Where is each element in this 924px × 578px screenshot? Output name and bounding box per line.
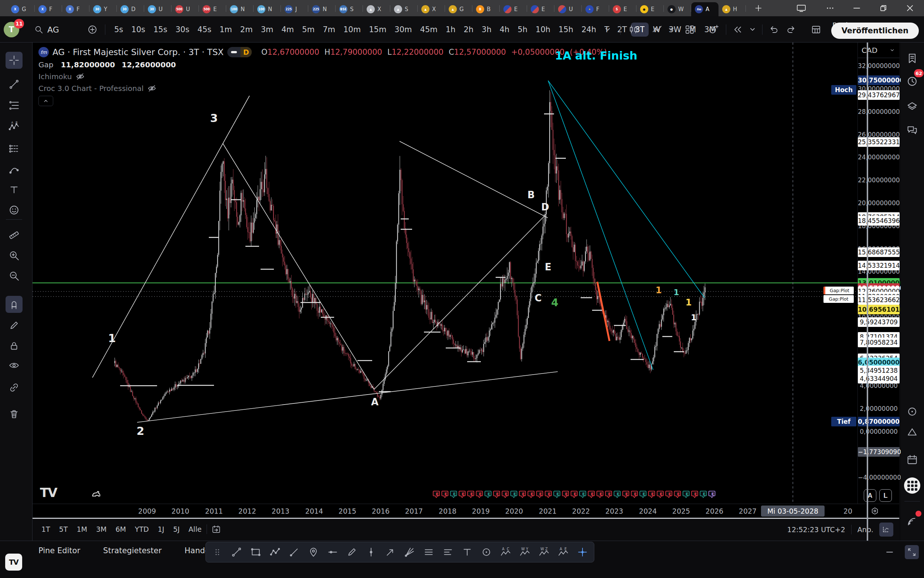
range-1j[interactable]: 1J [154, 523, 168, 536]
browser-tab[interactable]: XF [35, 2, 62, 16]
replay-button[interactable] [730, 21, 746, 38]
indicators-button[interactable] [649, 21, 665, 38]
range-alle[interactable]: Alle [185, 523, 205, 536]
browser-tab[interactable]: BB [473, 2, 500, 16]
cast-icon[interactable] [793, 2, 809, 15]
ray-tool[interactable] [286, 544, 303, 560]
browser-tab-active[interactable]: fmA [691, 2, 718, 16]
object-tree-icon[interactable] [904, 98, 921, 115]
browser-tab[interactable]: BSES [336, 2, 363, 16]
timeframe-24h[interactable]: 24h [577, 23, 600, 37]
measure-rows-tool[interactable] [420, 544, 437, 560]
eye-off-icon[interactable] [147, 84, 156, 93]
close-icon[interactable] [902, 2, 918, 15]
timeframe-3m[interactable]: 3m [257, 23, 278, 37]
browser-tab[interactable]: ✦F [582, 2, 609, 16]
trend-line-tool[interactable] [6, 76, 23, 93]
emoji-tool[interactable] [6, 201, 23, 219]
timeframe-2m[interactable]: 2m [236, 23, 257, 37]
align-lines-tool[interactable] [439, 544, 456, 560]
timeframe-1m[interactable]: 1m [215, 23, 236, 37]
earnings-markers[interactable]: EEEEEEEEEEEEEEEEEEEEEEEEEEEEEEEEE [433, 491, 715, 498]
browser-tab[interactable]: 100N [226, 2, 254, 16]
avatar[interactable]: T 11 [4, 22, 19, 37]
browser-tab[interactable]: ▲X [417, 2, 445, 16]
timeframe-4m[interactable]: 4m [277, 23, 298, 37]
arc-tool[interactable] [6, 161, 23, 178]
chart-area[interactable]: EEEEEEEEEEEEEEEEEEEEEEEEEEEEEEEEE312ABCD… [32, 42, 899, 541]
browser-tab[interactable]: ▲G [445, 2, 473, 16]
pattern-wy-tool[interactable]: WY [516, 544, 533, 560]
watchlist-icon[interactable] [904, 50, 921, 67]
symbol-search[interactable]: AG [34, 21, 59, 38]
chart-style-button[interactable] [625, 21, 642, 38]
crosshair-tool[interactable] [6, 52, 23, 69]
pitchfork-tool[interactable] [343, 544, 360, 560]
trend-line-tool[interactable] [228, 544, 245, 560]
browser-tab[interactable]: 500E [199, 2, 226, 16]
interval-pill[interactable]: D [227, 47, 252, 57]
gap-indicator-row[interactable]: Gap 11,82000000 12,26000000 [39, 60, 607, 69]
tradingview-app-icon[interactable]: TV [5, 554, 22, 571]
timeframe-10m[interactable]: 10m [339, 23, 365, 37]
panel-expand-button[interactable] [905, 545, 919, 559]
add-symbol-button[interactable] [84, 21, 100, 38]
browser-tab[interactable]: E [500, 2, 527, 16]
chat-icon[interactable] [904, 122, 921, 139]
plus-crosshair-tool[interactable] [574, 544, 591, 560]
undo-button[interactable] [766, 21, 782, 38]
browser-tab[interactable]: ●W [664, 2, 691, 16]
browser-tab[interactable]: 225J [281, 2, 308, 16]
time-axis[interactable]: 2009201020112012201320142015201620172018… [32, 504, 899, 518]
range-5t[interactable]: 5T [55, 523, 72, 536]
symbol-title[interactable]: AG · First Majestic Silver Corp. · 3T · … [52, 47, 223, 57]
fib-retracement-tool[interactable] [6, 97, 23, 114]
indicator-row-ichimoku[interactable]: Ichimoku [39, 72, 607, 81]
browser-tab[interactable]: 30D [117, 2, 144, 16]
range-5j[interactable]: 5J [169, 523, 183, 536]
browser-tab[interactable]: ▲H [718, 2, 746, 16]
pencil-tool[interactable] [6, 317, 23, 334]
timeframe-2h[interactable]: 2h [460, 23, 477, 37]
browser-tab[interactable]: ●E [636, 2, 664, 16]
rectangle-tool[interactable] [247, 544, 264, 560]
timeframe-1h[interactable]: 1h [442, 23, 460, 37]
wave-labels[interactable]: 312ABCDE41111 [108, 112, 697, 437]
calendar-icon[interactable] [904, 451, 921, 468]
minimize-icon[interactable] [849, 2, 865, 15]
pattern-wz-tool[interactable]: WZ [536, 544, 553, 560]
indicator-row-croc[interactable]: Croc 3.0 Chart - Professional [39, 84, 607, 93]
panel-minimize-button[interactable] [881, 544, 898, 560]
timeframe-5m[interactable]: 5m [298, 23, 319, 37]
timeframe-7m[interactable]: 7m [319, 23, 339, 37]
lock-tool[interactable] [6, 338, 23, 355]
range-1t[interactable]: 1T [38, 523, 54, 536]
trash-tool[interactable] [6, 406, 23, 423]
redo-button[interactable] [783, 21, 799, 38]
zoom-in-tool[interactable] [6, 247, 23, 264]
price-axis[interactable]: CAD 32,0000000030,0000000028,0000000026,… [858, 42, 899, 518]
browser-tab[interactable]: XF [62, 2, 89, 16]
hide-drawings-tool[interactable] [6, 357, 23, 374]
magnet-tool[interactable] [6, 296, 23, 313]
apps-grid-icon[interactable] [904, 477, 921, 494]
legend-collapse-button[interactable] [39, 96, 53, 106]
layout-templates-button[interactable] [681, 21, 698, 38]
timeframe-45s[interactable]: 45s [193, 23, 215, 37]
price-chart[interactable]: EEEEEEEEEEEEEEEEEEEEEEEEEEEEEEEEE312ABCD… [32, 42, 858, 504]
ruler-tool[interactable] [6, 227, 23, 244]
pattern-ae-tool[interactable]: AE [555, 544, 572, 560]
timeframe-4h[interactable]: 4h [496, 23, 514, 37]
timeframes-more-button[interactable] [599, 21, 616, 38]
polyline-tool[interactable] [267, 544, 283, 560]
browser-tab[interactable]: 30U [144, 2, 172, 16]
pin-tool[interactable] [305, 544, 322, 560]
timeframe-30m[interactable]: 30m [390, 23, 416, 37]
trend-lines[interactable] [92, 96, 558, 422]
level-segments[interactable] [120, 114, 684, 391]
eye-off-icon[interactable] [76, 72, 85, 81]
timeframe-15h[interactable]: 15h [554, 23, 577, 37]
range-ytd[interactable]: YTD [131, 523, 153, 536]
range-6m[interactable]: 6M [112, 523, 129, 536]
replay-menu-button[interactable] [747, 21, 759, 38]
